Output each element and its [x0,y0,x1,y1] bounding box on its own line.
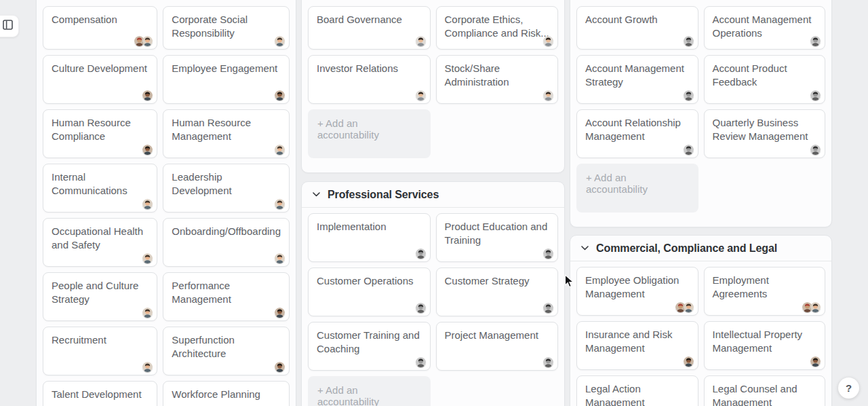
accountability-card[interactable]: Internal Communications [43,164,157,213]
avatar [543,248,553,259]
accountability-card[interactable]: Corporate Ethics, Compliance and Risk... [436,6,559,50]
avatar [416,303,426,313]
card-title: Onboarding/Offboarding [172,225,281,238]
avatar-group [684,36,694,46]
section-body: Employee Obligation Management Employmen… [570,261,831,406]
accountability-card[interactable]: Implementation [308,213,431,262]
accountability-card[interactable]: Insurance and Risk Management [576,321,698,370]
accountability-card[interactable]: Account Management Strategy [576,55,698,104]
card-title: Account Management Strategy [585,62,690,89]
accountability-card[interactable]: Customer Strategy [436,267,559,316]
card-title: Compensation [52,13,149,26]
accountability-card[interactable]: Human Resource Compliance [43,109,157,158]
card-title: Project Management [445,329,550,342]
section-professional-services: Professional Services Implementation Pro… [301,181,565,406]
add-accountability-button[interactable]: + Add an accountability [308,376,431,406]
avatar [275,90,285,100]
section-body: Account Growth Account Management Operat… [570,0,831,213]
avatar [275,253,285,263]
add-accountability-button[interactable]: + Add an accountability [576,164,698,213]
accountability-card[interactable]: Recruitment [43,327,157,375]
sidebar-panel-icon [3,20,13,33]
card-grid: Implementation Product Education and Tra… [308,213,558,406]
avatar [142,36,153,46]
accountability-card[interactable]: Leadership Development [163,164,290,213]
avatar-group [684,90,694,100]
accountability-card[interactable]: Workforce Planning [163,381,290,406]
card-title: Legal Counsel and Management [713,382,817,406]
avatar-group [416,36,426,46]
avatar [543,357,553,367]
accountability-card[interactable]: Account Relationship Management [576,109,698,158]
card-grid: Account Growth Account Management Operat… [576,6,825,213]
accountability-card[interactable]: Employee Obligation Management [576,267,698,316]
accountability-card[interactable]: Stock/Share Administration [436,55,559,104]
chevron-down-icon[interactable] [312,191,320,199]
card-grid: Compensation Corporate Social Responsibi… [43,6,290,406]
section-title: Professional Services [328,189,439,201]
accountability-card[interactable]: Human Resource Management [163,109,290,158]
accountability-card[interactable]: Product Education and Training [436,213,559,262]
accountability-card[interactable]: Onboarding/Offboarding [163,218,290,267]
avatar-group [416,357,426,367]
accountability-card[interactable]: Corporate Social Responsibility [163,6,290,50]
accountability-card[interactable]: Performance Management [163,272,290,321]
avatar [810,145,821,155]
avatar-group [416,303,426,313]
accountability-card[interactable]: Investor Relations [308,55,431,104]
avatar-group [675,302,694,312]
accountability-card[interactable]: Superfunction Architecture [163,327,290,375]
accountability-card[interactable]: Intellectual Property Management [704,321,826,370]
avatar [543,36,553,46]
avatar-group [275,145,285,155]
avatar [810,302,821,312]
card-title: Corporate Social Responsibility [172,13,281,40]
avatar-group [275,36,285,46]
accountability-card[interactable]: Compensation [43,6,157,50]
avatar [810,356,821,367]
avatar-group [543,303,553,313]
help-button[interactable]: ? [838,377,859,399]
card-title: Insurance and Risk Management [585,328,690,355]
accountability-card[interactable]: People and Culture Strategy [43,272,157,321]
accountability-card[interactable]: Employee Engagement [163,55,290,104]
accountability-card[interactable]: Customer Training and Coaching [308,322,431,371]
accountability-card[interactable]: Legal Counsel and Management [704,375,826,406]
card-title: Account Product Feedback [713,62,817,89]
avatar [142,308,153,318]
accountability-card[interactable]: Project Management [436,322,559,371]
accountability-card[interactable]: Employment Agreements [704,267,826,316]
accountability-card[interactable]: Talent Development [43,381,157,406]
card-title: Human Resource Compliance [52,116,149,143]
card-title: Investor Relations [317,62,422,75]
section-body: Board Governance Corporate Ethics, Compl… [302,0,564,158]
avatar-group [543,90,553,100]
avatar [543,90,553,100]
chevron-down-icon[interactable] [580,244,589,253]
accountability-card[interactable]: Occupational Health and Safety [43,218,157,267]
sidebar-toggle-button[interactable] [0,15,19,37]
add-accountability-button[interactable]: + Add an accountability [308,109,431,158]
accountability-card[interactable]: Account Growth [576,6,698,50]
avatar [684,145,694,155]
accountability-card[interactable]: Board Governance [308,6,431,50]
avatar-group [275,199,285,209]
accountability-card[interactable]: Account Product Feedback [704,55,826,104]
accountability-card[interactable]: Legal Action Management [576,375,698,406]
avatar [275,36,285,46]
card-title: Stock/Share Administration [445,62,550,89]
card-title: Intellectual Property Management [713,328,817,355]
accountability-card[interactable]: Customer Operations [308,267,431,316]
accountability-card[interactable]: Quarterly Business Review Management [704,109,826,158]
avatar-group [684,356,694,367]
avatar-group [134,36,153,46]
avatar-group [275,90,285,100]
card-title: Customer Operations [317,274,422,288]
avatar-group [810,90,821,100]
accountability-card[interactable]: Account Management Operations [704,6,826,50]
accountability-card[interactable]: Culture Development [43,55,157,104]
avatar-group [810,36,821,46]
avatar-group [543,36,553,46]
avatar-group [275,253,285,263]
avatar-group [142,90,153,100]
